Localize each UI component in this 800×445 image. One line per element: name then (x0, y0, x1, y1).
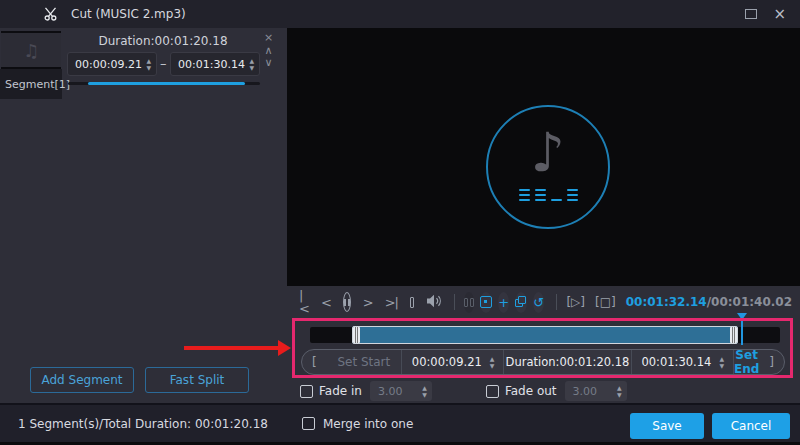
fade-out-input[interactable]: 3.00 ▲ ▼ (565, 381, 627, 401)
total-time: /00:01:40.02 (707, 295, 792, 309)
segment-progress-fill (88, 82, 245, 85)
cancel-button[interactable]: Cancel (712, 413, 790, 439)
fade-in-spinner[interactable]: ▲ ▼ (422, 385, 432, 398)
stop-segment-icon[interactable]: [□] (595, 295, 616, 309)
fade-out-spinner[interactable]: ▲ ▼ (617, 385, 627, 398)
step-back-icon[interactable]: < (321, 296, 331, 309)
scissors-icon (44, 7, 59, 21)
fade-in-value[interactable]: 3.00 (370, 385, 422, 398)
split-icon (464, 298, 474, 307)
equalizer-bars (488, 189, 608, 201)
segment-thumbnail[interactable]: ♫ (1, 31, 61, 69)
footer-bar: 1 Segment(s)/Total Duration: 00:01:20.18… (0, 403, 800, 442)
stop-button[interactable] (410, 297, 414, 308)
segment-progress-track[interactable] (68, 82, 260, 85)
spinner-down-icon[interactable]: ▼ (617, 392, 622, 398)
move-down-icon[interactable]: ∨ (265, 57, 273, 70)
step-forward-icon[interactable]: > (363, 296, 373, 309)
cut-dialog: Cut (MUSIC 2.mp3) × ♫ Segment[1] Duratio… (0, 0, 800, 445)
title-bar: Cut (MUSIC 2.mp3) × (0, 0, 800, 28)
fade-out-checkbox[interactable] (486, 385, 499, 398)
skip-to-start-icon[interactable]: |< (299, 289, 309, 315)
close-button[interactable]: × (773, 7, 786, 22)
spinner-down-icon[interactable]: ▼ (249, 65, 254, 71)
add-segment-button[interactable]: Add Segment (30, 367, 134, 393)
spinner-up-icon[interactable]: ▲ (422, 385, 427, 391)
spinner-up-icon[interactable]: ▲ (249, 58, 254, 64)
spinner-up-icon[interactable]: ▲ (617, 385, 622, 391)
playback-time: 00:01:32.14/00:01:40.02 (626, 295, 800, 309)
copy-button[interactable] (515, 292, 527, 313)
transport-bar: |< < > >| + ↺ [▷] [□] 00 (287, 286, 800, 318)
segment-start-value[interactable]: 00:00:09.21 (68, 58, 146, 71)
fade-out-value[interactable]: 3.00 (565, 385, 617, 398)
annotation-highlight-box (292, 318, 793, 378)
spinner-up-icon[interactable]: ▲ (146, 58, 151, 64)
fast-split-button[interactable]: Fast Split (145, 367, 249, 393)
segment-duration: Duration:00:01:20.18 (66, 34, 260, 48)
fade-options: Fade in 3.00 ▲ ▼ Fade out 3.00 ▲ ▼ (287, 378, 800, 404)
delete-segment-icon[interactable]: × (264, 32, 273, 45)
spinner-down-icon[interactable]: ▼ (146, 65, 151, 71)
segment-start-spinner[interactable]: ▲ ▼ (146, 58, 156, 71)
merge-checkbox[interactable] (302, 417, 315, 430)
skip-to-end-icon[interactable]: >| (385, 296, 398, 309)
pause-button[interactable] (343, 292, 351, 312)
fade-in-checkbox[interactable] (300, 385, 313, 398)
music-notes-icon: ♫ (23, 40, 39, 61)
reset-button[interactable]: ↺ (533, 292, 544, 313)
annotation-arrow (184, 346, 278, 350)
volume-icon[interactable] (426, 293, 442, 312)
music-note-icon: ♪ (488, 121, 608, 184)
maximize-button[interactable] (745, 9, 757, 19)
reset-icon: ↺ (533, 296, 544, 309)
copy-icon (515, 296, 527, 308)
split-button[interactable] (464, 292, 474, 313)
window-title: Cut (MUSIC 2.mp3) (71, 7, 186, 21)
add-button[interactable]: + (498, 292, 509, 313)
plus-icon: + (498, 296, 509, 309)
segment-status: 1 Segment(s)/Total Duration: 00:01:20.18 (18, 417, 268, 431)
fade-in-label: Fade in (319, 384, 362, 398)
segment-label: Segment[1] (5, 78, 70, 91)
snapshot-button[interactable] (480, 292, 492, 313)
fade-in-input[interactable]: 3.00 ▲ ▼ (370, 381, 432, 401)
range-dash: – (160, 56, 167, 71)
fade-out-label: Fade out (505, 384, 557, 398)
preview-area: ♪ (287, 28, 800, 286)
segment-end-value[interactable]: 00:01:30.14 (171, 58, 249, 71)
segment-end-spinner[interactable]: ▲ ▼ (249, 58, 259, 71)
play-segment-icon[interactable]: [▷] (566, 295, 585, 309)
snapshot-icon (480, 296, 492, 308)
spinner-down-icon[interactable]: ▼ (422, 392, 427, 398)
audio-visualizer-circle: ♪ (486, 105, 610, 229)
current-time: 00:01:32.14 (626, 295, 707, 309)
merge-label: Merge into one (323, 417, 413, 431)
segment-end-input[interactable]: 00:01:30.14 ▲ ▼ (170, 52, 260, 76)
segment-start-input[interactable]: 00:00:09.21 ▲ ▼ (67, 52, 157, 76)
save-button[interactable]: Save (630, 413, 704, 439)
